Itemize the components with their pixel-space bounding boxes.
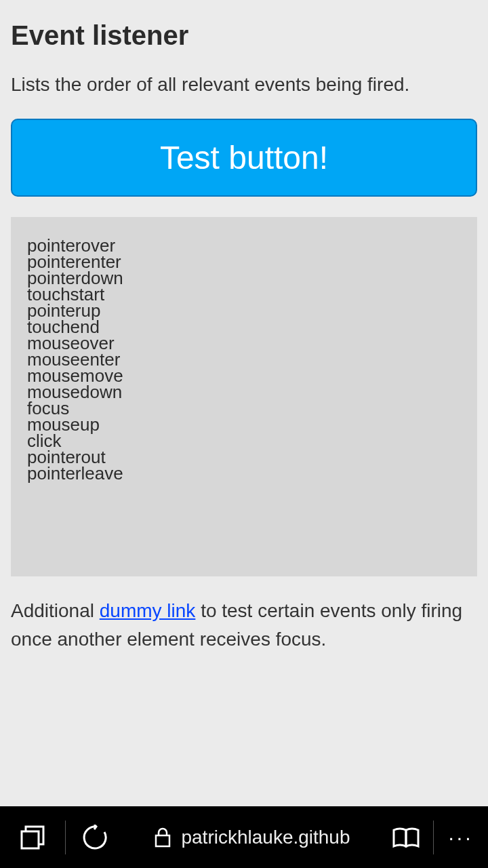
address-bar[interactable]: patrickhlauke.github: [125, 827, 379, 848]
reload-button[interactable]: [66, 806, 125, 868]
event-log-item: mouseup: [27, 416, 461, 433]
page-description: Lists the order of all relevant events b…: [11, 74, 477, 96]
page-content: Event listener Lists the order of all re…: [0, 0, 488, 806]
dummy-link[interactable]: dummy link: [100, 600, 196, 621]
lock-icon: [154, 827, 171, 848]
event-log-item: mousedown: [27, 384, 461, 400]
event-log-item: pointerleave: [27, 465, 461, 481]
book-icon: [392, 826, 420, 849]
page-title: Event listener: [11, 20, 477, 51]
address-text: patrickhlauke.github: [181, 827, 350, 848]
event-log: pointeroverpointerenterpointerdowntouchs…: [11, 217, 477, 576]
svg-rect-1: [156, 835, 169, 846]
after-paragraph: Additional dummy link to test certain ev…: [11, 597, 477, 654]
after-text-prefix: Additional: [11, 600, 100, 621]
tabs-button[interactable]: [0, 806, 65, 868]
reload-icon: [83, 825, 108, 850]
tabs-icon: [20, 825, 45, 850]
browser-chrome-bar: patrickhlauke.github ···: [0, 806, 488, 868]
more-button[interactable]: ···: [434, 806, 488, 868]
reading-view-button[interactable]: [379, 806, 433, 868]
svg-rect-0: [22, 831, 39, 848]
test-button[interactable]: Test button!: [11, 119, 477, 197]
